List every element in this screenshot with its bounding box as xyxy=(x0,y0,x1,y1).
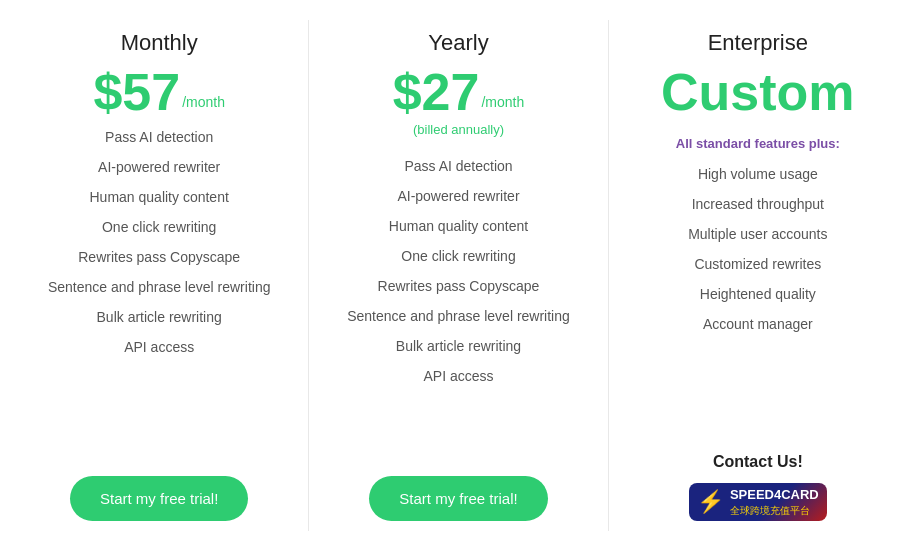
monthly-plan: Monthly $57 /month Pass AI detection AI-… xyxy=(10,20,309,531)
list-item: Rewrites pass Copyscape xyxy=(25,242,293,272)
yearly-price-amount: $27 xyxy=(393,66,480,118)
enterprise-features-list: High volume usage Increased throughput M… xyxy=(624,159,892,437)
list-item: Account manager xyxy=(624,309,892,339)
list-item: Increased throughput xyxy=(624,189,892,219)
watermark-brand: SPEED4CARD xyxy=(730,487,819,504)
list-item: AI-powered rewriter xyxy=(324,181,592,211)
monthly-price-period: /month xyxy=(182,94,225,110)
list-item: Pass AI detection xyxy=(324,151,592,181)
enterprise-plan-title: Enterprise xyxy=(708,30,808,56)
list-item: Sentence and phrase level rewriting xyxy=(324,301,592,331)
list-item: Rewrites pass Copyscape xyxy=(324,271,592,301)
monthly-cta-button[interactable]: Start my free trial! xyxy=(70,476,248,521)
list-item: AI-powered rewriter xyxy=(25,152,293,182)
list-item: High volume usage xyxy=(624,159,892,189)
enterprise-cta-label[interactable]: Contact Us! xyxy=(713,453,803,471)
monthly-price-amount: $57 xyxy=(93,66,180,118)
yearly-price-wrapper: $27 /month xyxy=(393,66,525,118)
list-item: Bulk article rewriting xyxy=(25,302,293,332)
yearly-plan-title: Yearly xyxy=(428,30,488,56)
yearly-cta-button[interactable]: Start my free trial! xyxy=(369,476,547,521)
list-item: Human quality content xyxy=(324,211,592,241)
pricing-container: Monthly $57 /month Pass AI detection AI-… xyxy=(0,0,917,551)
yearly-billed-note: (billed annually) xyxy=(413,122,504,137)
watermark-tagline: 全球跨境充值平台 xyxy=(730,504,819,517)
yearly-features-list: Pass AI detection AI-powered rewriter Hu… xyxy=(324,151,592,456)
list-item: Bulk article rewriting xyxy=(324,331,592,361)
list-item: One click rewriting xyxy=(324,241,592,271)
list-item: API access xyxy=(25,332,293,362)
list-item: Pass AI detection xyxy=(25,122,293,152)
list-item: One click rewriting xyxy=(25,212,293,242)
list-item: API access xyxy=(324,361,592,391)
yearly-price-period: /month xyxy=(481,94,524,110)
list-item: Sentence and phrase level rewriting xyxy=(25,272,293,302)
monthly-features-list: Pass AI detection AI-powered rewriter Hu… xyxy=(25,122,293,456)
watermark-icon: ⚡ xyxy=(697,489,724,515)
list-item: Human quality content xyxy=(25,182,293,212)
monthly-price-wrapper: $57 /month xyxy=(93,66,225,118)
enterprise-plan: Enterprise Custom All standard features … xyxy=(609,20,907,531)
watermark-badge: ⚡ SPEED4CARD 全球跨境充值平台 xyxy=(689,483,827,521)
list-item: Multiple user accounts xyxy=(624,219,892,249)
enterprise-price: Custom xyxy=(661,62,855,122)
enterprise-subtitle: All standard features plus: xyxy=(676,136,840,151)
list-item: Customized rewrites xyxy=(624,249,892,279)
yearly-plan: Yearly $27 /month (billed annually) Pass… xyxy=(309,20,608,531)
list-item: Heightened quality xyxy=(624,279,892,309)
monthly-plan-title: Monthly xyxy=(121,30,198,56)
